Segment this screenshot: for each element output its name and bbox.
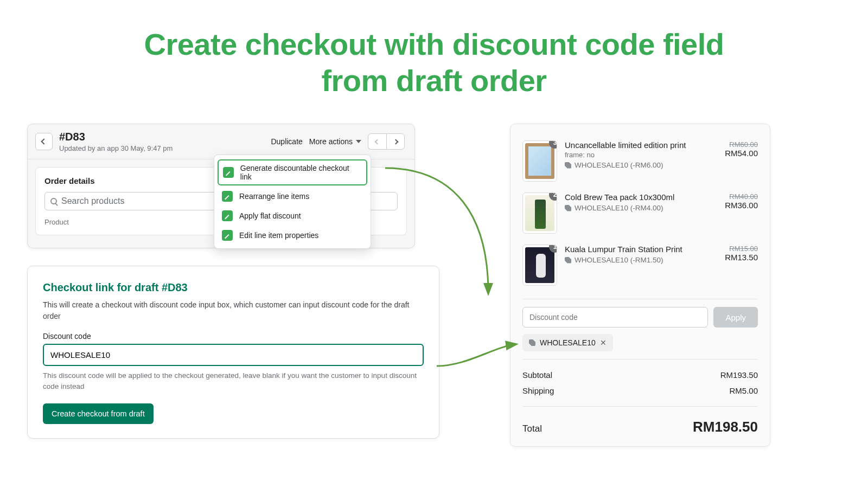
tag-icon (565, 257, 571, 264)
pencil-icon (223, 167, 234, 178)
line-discount: WHOLESALE10 (-RM1.50) (565, 256, 705, 264)
line-title: Kuala Lumpur Train Station Print (565, 245, 705, 254)
draft-order-panel: #D83 Updated by an app 30 May, 9:47 pm D… (27, 124, 415, 248)
line-title: Cold Brew Tea pack 10x300ml (565, 192, 705, 202)
checkout-link-desc: This will create a checkout with discoun… (43, 299, 424, 322)
duplicate-link[interactable]: Duplicate (271, 137, 302, 146)
price-original: RM15.00 (712, 245, 758, 253)
summary-discount-input[interactable] (522, 307, 708, 328)
chevron-right-icon (393, 139, 398, 144)
discount-code-label: Discount code (43, 332, 424, 341)
flow-arrow (434, 342, 521, 374)
subtotal-label: Subtotal (522, 370, 552, 380)
checkout-link-title: Checkout link for draft #D83 (43, 281, 424, 294)
line-variant: frame: no (565, 151, 705, 159)
chevron-left-icon (375, 139, 380, 144)
cart-line: 3 Uncancellable limited edition print fr… (522, 135, 758, 187)
discount-code-input[interactable] (43, 344, 424, 366)
back-button[interactable] (35, 133, 53, 150)
tag-icon (529, 339, 535, 346)
cart-line: 2 Cold Brew Tea pack 10x300ml WHOLESALE1… (522, 187, 758, 239)
caret-down-icon (356, 140, 361, 143)
order-id: #D83 (59, 131, 271, 143)
product-thumbnail: 1 (522, 245, 557, 286)
price-discounted: RM54.00 (712, 149, 758, 158)
line-discount: WHOLESALE10 (-RM6.00) (565, 161, 705, 169)
shipping-value: RM5.00 (729, 386, 758, 395)
product-thumbnail: 2 (522, 192, 557, 234)
pencil-icon (222, 191, 233, 202)
product-thumbnail: 3 (522, 140, 557, 182)
menu-rearrange[interactable]: Rearrange line items (214, 187, 371, 206)
create-checkout-button[interactable]: Create checkout from draft (43, 403, 154, 424)
menu-flat-discount[interactable]: Apply flat discount (214, 206, 371, 226)
price-original: RM60.00 (712, 140, 758, 149)
applied-discount-chip[interactable]: WHOLESALE10 ✕ (522, 334, 613, 351)
menu-edit-properties[interactable]: Edit line item properties (214, 226, 371, 245)
price-discounted: RM36.00 (712, 201, 758, 210)
prev-order-button[interactable] (368, 133, 386, 150)
discount-code-help: This discount code will be applied to th… (43, 370, 424, 393)
pencil-icon (222, 230, 233, 241)
order-topbar: #D83 Updated by an app 30 May, 9:47 pm D… (28, 124, 414, 159)
flow-arrow (380, 163, 510, 304)
subtotal-value: RM193.50 (720, 370, 758, 380)
more-actions-button[interactable]: More actions (309, 137, 361, 146)
close-icon[interactable]: ✕ (600, 338, 607, 347)
cart-line: 1 Kuala Lumpur Train Station Print WHOLE… (522, 239, 758, 291)
tag-icon (565, 162, 571, 169)
more-actions-menu: Generate discountable checkout link Rear… (214, 155, 371, 249)
tag-icon (565, 205, 571, 211)
pencil-icon (222, 210, 233, 221)
checkout-link-panel: Checkout link for draft #D83 This will c… (27, 266, 439, 439)
shipping-label: Shipping (522, 386, 554, 395)
price-discounted: RM13.50 (712, 253, 758, 262)
hero-title: Create checkout with discount code field… (0, 0, 868, 110)
price-original: RM40.00 (712, 192, 758, 201)
arrow-left-icon (41, 138, 47, 144)
line-title: Uncancellable limited edition print (565, 140, 705, 150)
total-value: RM198.50 (693, 419, 758, 435)
search-icon (50, 198, 57, 204)
apply-discount-button[interactable]: Apply (713, 307, 758, 328)
total-label: Total (522, 423, 542, 434)
order-updated: Updated by an app 30 May, 9:47 pm (59, 144, 271, 152)
line-discount: WHOLESALE10 (-RM4.00) (565, 204, 705, 212)
next-order-button[interactable] (386, 133, 405, 150)
menu-generate-link[interactable]: Generate discountable checkout link (218, 159, 367, 185)
checkout-summary: 3 Uncancellable limited edition print fr… (510, 124, 770, 447)
